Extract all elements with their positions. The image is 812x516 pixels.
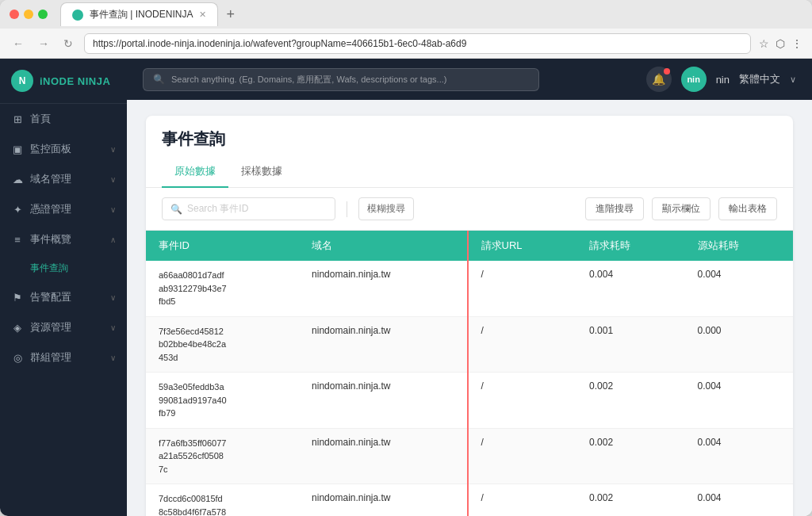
- forward-button[interactable]: →: [35, 36, 52, 52]
- search-placeholder-text: Search anything. (Eg. Domains, 應用配置, Waf…: [171, 74, 446, 86]
- group-icon: ◎: [11, 352, 24, 364]
- domain-icon: ☁: [11, 174, 24, 185]
- tab-title: 事件查詢 | INODENINJA: [90, 8, 193, 21]
- sidebar-item-domain[interactable]: ☁ 域名管理 ∨: [0, 164, 127, 194]
- table-toolbar: 🔍 Search 事件ID 模糊搜尋 進階搜尋 顯示欄位 輸出表格: [146, 188, 793, 231]
- chevron-down-icon: ∨: [110, 293, 116, 302]
- browser-icons: ☆ ⬡ ⋮: [759, 37, 802, 50]
- chevron-down-icon: ∨: [110, 145, 116, 154]
- divider: [347, 201, 347, 217]
- cell-domain: nindomain.ninja.tw: [299, 373, 468, 429]
- col-header-origin-time: 源站耗時: [685, 231, 794, 261]
- bookmark-icon[interactable]: ☆: [759, 37, 769, 50]
- page-content: 事件查詢 原始數據 採樣數據 🔍 Search 事件ID 模糊搜尋: [127, 100, 812, 516]
- cell-request-time: 0.001: [576, 316, 684, 373]
- cell-request-url: /: [469, 316, 576, 373]
- export-table-button[interactable]: 輸出表格: [718, 197, 777, 220]
- table-row[interactable]: 7f3e56ecd45812 b02bbe4be48c2a 453dnindom…: [146, 316, 793, 373]
- tab-raw-data[interactable]: 原始數據: [162, 156, 228, 188]
- chevron-up-icon: ∧: [110, 235, 116, 244]
- sidebar-label-home: 首頁: [30, 112, 51, 126]
- chevron-down-icon: ∨: [110, 323, 116, 332]
- extension-icon[interactable]: ⬡: [776, 37, 785, 50]
- advanced-search-button[interactable]: 進階搜尋: [585, 197, 644, 220]
- cell-domain: nindomain.ninja.tw: [299, 261, 468, 316]
- sidebar-label-domain: 域名管理: [30, 172, 71, 186]
- sidebar-item-events[interactable]: ≡ 事件概覽 ∧: [0, 224, 127, 254]
- cell-request-url: /: [469, 428, 576, 484]
- address-input[interactable]: [84, 33, 751, 54]
- page-card: 事件查詢 原始數據 採樣數據 🔍 Search 事件ID 模糊搜尋: [146, 116, 793, 516]
- cell-origin-time: 0.004: [685, 373, 794, 429]
- sidebar-label-monitor: 監控面板: [30, 142, 71, 156]
- home-icon: ⊞: [11, 113, 24, 125]
- data-table: 事件ID 域名 請求URL 請求耗時 源站耗時 a66aa0801d7adf a…: [146, 231, 793, 516]
- close-button[interactable]: [10, 10, 19, 19]
- cell-event-id: a66aa0801d7adf ab9312279b43e7 fbd5: [146, 261, 299, 316]
- global-search-bar[interactable]: 🔍 Search anything. (Eg. Domains, 應用配置, W…: [143, 68, 539, 91]
- maximize-button[interactable]: [38, 10, 48, 19]
- notification-bell[interactable]: 🔔: [646, 67, 672, 92]
- tab-close-icon[interactable]: ✕: [199, 10, 206, 20]
- user-avatar[interactable]: nin: [681, 67, 707, 92]
- table-row[interactable]: a66aa0801d7adf ab9312279b43e7 fbd5nindom…: [146, 261, 793, 316]
- sidebar-item-group[interactable]: ◎ 群組管理 ∨: [0, 342, 127, 373]
- back-button[interactable]: ←: [10, 36, 27, 52]
- page-title: 事件查詢: [146, 116, 793, 150]
- lang-chevron-icon[interactable]: ∨: [790, 75, 796, 85]
- fuzzy-search-button[interactable]: 模糊搜尋: [358, 197, 414, 220]
- user-name[interactable]: nin: [716, 74, 730, 86]
- cell-origin-time: 0.004: [685, 484, 794, 517]
- cell-request-time: 0.002: [576, 373, 684, 429]
- search-icon: 🔍: [170, 204, 182, 215]
- sidebar-item-alert[interactable]: ⚑ 告警配置 ∨: [0, 282, 127, 312]
- menu-icon[interactable]: ⋮: [791, 37, 802, 50]
- table-row[interactable]: f77a6fb35ff06077 a21a5526cf0508 7cnindom…: [146, 428, 793, 484]
- tab-favicon: [72, 10, 83, 21]
- tab-sampled-data[interactable]: 採樣數據: [228, 156, 295, 188]
- cell-origin-time: 0.004: [685, 428, 794, 484]
- table-row[interactable]: 7dccd6c00815fd 8c58bd4f6f7a578 c95nindom…: [146, 484, 793, 517]
- search-icon: 🔍: [153, 74, 165, 85]
- table-header-row: 事件ID 域名 請求URL 請求耗時 源站耗時: [146, 231, 793, 261]
- browser-tab[interactable]: 事件查詢 | INODENINJA ✕: [60, 2, 218, 26]
- cell-event-id: f77a6fb35ff06077 a21a5526cf0508 7c: [146, 428, 299, 484]
- cell-origin-time: 0.004: [685, 261, 794, 316]
- app-header: 🔍 Search anything. (Eg. Domains, 應用配置, W…: [127, 59, 812, 100]
- notification-badge: [664, 68, 670, 75]
- cell-domain: nindomain.ninja.tw: [299, 484, 468, 517]
- sidebar-item-monitor[interactable]: ▣ 監控面板 ∨: [0, 134, 127, 164]
- chevron-down-icon: ∨: [110, 175, 116, 184]
- resource-icon: ◈: [11, 322, 24, 334]
- sidebar-item-home[interactable]: ⊞ 首頁: [0, 104, 127, 134]
- traffic-lights: [10, 10, 48, 19]
- page-tabs: 原始數據 採樣數據: [146, 156, 793, 188]
- user-area: 🔔 nin nin 繁體中文 ∨: [646, 67, 796, 92]
- address-bar: ← → ↻ ☆ ⬡ ⋮: [0, 29, 812, 59]
- tab-bar: 事件查詢 | INODENINJA ✕ +: [60, 2, 802, 26]
- cell-request-url: /: [469, 373, 576, 429]
- sidebar-label-alert: 告警配置: [30, 290, 71, 304]
- data-table-wrapper: 事件ID 域名 請求URL 請求耗時 源站耗時 a66aa0801d7adf a…: [146, 231, 793, 516]
- cell-domain: nindomain.ninja.tw: [299, 428, 468, 484]
- sidebar-item-event-query[interactable]: 事件查詢: [0, 254, 127, 282]
- sidebar-label-resource: 資源管理: [30, 320, 71, 334]
- cert-icon: ✦: [11, 204, 24, 216]
- main-app: N iNODE NINJA ⊞ 首頁 ▣ 監控面板 ∨ ☁ 域名管理: [0, 59, 812, 516]
- cell-request-time: 0.004: [576, 261, 684, 316]
- chevron-down-icon: ∨: [110, 354, 116, 362]
- show-columns-button[interactable]: 顯示欄位: [652, 197, 710, 220]
- sidebar-label-event-query: 事件查詢: [30, 262, 68, 275]
- search-event-id-input[interactable]: 🔍 Search 事件ID: [162, 197, 335, 220]
- sidebar-item-cert[interactable]: ✦ 憑證管理 ∨: [0, 194, 127, 224]
- new-tab-button[interactable]: +: [221, 6, 239, 23]
- cell-domain: nindomain.ninja.tw: [299, 316, 468, 373]
- language-selector[interactable]: 繁體中文: [739, 72, 780, 86]
- sidebar: N iNODE NINJA ⊞ 首頁 ▣ 監控面板 ∨ ☁ 域名管理: [0, 59, 127, 516]
- sidebar-label-events: 事件概覽: [30, 232, 71, 247]
- table-row[interactable]: 59a3e05feddb3a 99081ad9197a40 fb79nindom…: [146, 373, 793, 429]
- sidebar-item-resource[interactable]: ◈ 資源管理 ∨: [0, 312, 127, 342]
- cell-origin-time: 0.000: [685, 316, 794, 373]
- refresh-button[interactable]: ↻: [60, 36, 76, 52]
- minimize-button[interactable]: [24, 10, 33, 19]
